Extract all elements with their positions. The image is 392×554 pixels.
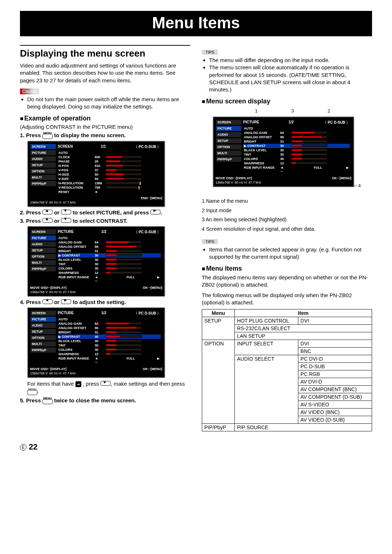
step-3: 3. Press or to select CONTRAST. — [20, 218, 190, 224]
page-title: Menu Items — [20, 11, 372, 36]
items-intro: The following menus will be displayed on… — [202, 292, 372, 307]
caution-text: Do not turn the main power switch off wh… — [27, 96, 190, 111]
callout-4: 4 — [358, 183, 361, 188]
legend-2: 2 Input mode — [202, 207, 372, 214]
caution-label: Caution — [20, 89, 39, 94]
table-row: OPTIONINPUT SELECTDVI — [202, 340, 372, 348]
up-arrow-icon — [42, 218, 53, 223]
section-heading: Displaying the menu screen — [20, 45, 190, 59]
items-intro: The displayed menu items vary depending … — [202, 274, 372, 289]
callout-1: 1 — [255, 108, 257, 114]
menu-button-icon: MENU — [27, 390, 37, 395]
legend-4: 4 Screen resolution of input signal, and… — [202, 226, 372, 233]
callout-2: 2 — [327, 108, 330, 114]
table-row: PIP/PbyPPIP SOURCE — [202, 424, 372, 431]
annotated-osd: 1 3 2 SCREENPICTUREAUDIOSETUPOPTIONMULTI… — [205, 108, 362, 195]
step-4: 4. Press or to adjust the setting. — [20, 299, 190, 305]
left-column: Displaying the menu screen Video and aud… — [20, 45, 190, 431]
example-subtext: (Adjusting CONTRAST in the PICTURE menu) — [20, 124, 190, 130]
menu-button-icon: MENU — [42, 399, 53, 404]
step-2: 2. Press or to select PICTURE, and press… — [20, 209, 190, 216]
menu-items-heading: Menu Items — [202, 265, 372, 272]
down-arrow-icon — [61, 218, 71, 223]
step-1: 1. Press MENU to display the menu screen… — [20, 132, 190, 139]
tips-item: The menu screen will close automatically… — [209, 64, 372, 93]
legend-1: 1 Name of the menu — [202, 198, 372, 205]
right-arrow-icon — [61, 299, 71, 304]
right-arrow-icon — [101, 381, 111, 386]
step-4-note: For items that have ➔ , press , make set… — [27, 380, 190, 395]
osd-screenshot-1: SCREENPICTUREAUDIOSETUPOPTIONMULTIPIP/Pb… — [27, 141, 165, 207]
intro-paragraph: Video and audio adjustment and settings … — [20, 62, 190, 84]
items-table: MenuItemSETUPHOT PLUG CONTROLDVIRS-232C/… — [202, 309, 372, 431]
tips-item: Items that cannot be selected appear in … — [209, 246, 372, 261]
up-arrow-icon — [42, 210, 53, 214]
tips-label: TIPS — [202, 50, 218, 55]
table-row: SETUPHOT PLUG CONTROLDVI — [202, 317, 372, 325]
osd-screenshot-2: SCREENPICTUREAUDIOSETUPOPTIONMULTIPIP/Pb… — [27, 226, 165, 297]
enter-icon: ➔ — [75, 381, 81, 387]
menu-display-heading: Menu screen display — [202, 98, 372, 105]
caution-callout: Caution — [20, 88, 190, 94]
page-number: E 22 — [20, 442, 372, 452]
down-arrow-icon — [61, 210, 71, 214]
tips-item: The menu will differ depending on the in… — [209, 57, 372, 64]
tips-label: TIPS — [202, 239, 218, 244]
left-arrow-icon — [42, 299, 53, 304]
example-heading: Example of operation — [20, 115, 190, 122]
legend-3: 3 An item being selected (highlighted) — [202, 216, 372, 223]
step-5: 5. Press MENU twice to close the menu sc… — [20, 397, 190, 404]
right-arrow-icon — [150, 210, 160, 214]
callout-3: 3 — [291, 108, 294, 114]
menu-button-icon: MENU — [42, 134, 53, 139]
right-column: TIPS The menu will differ depending on t… — [202, 45, 372, 431]
osd-screenshot-3: SCREENPICTUREAUDIOSETUPOPTIONMULTIPIP/Pb… — [27, 307, 165, 378]
